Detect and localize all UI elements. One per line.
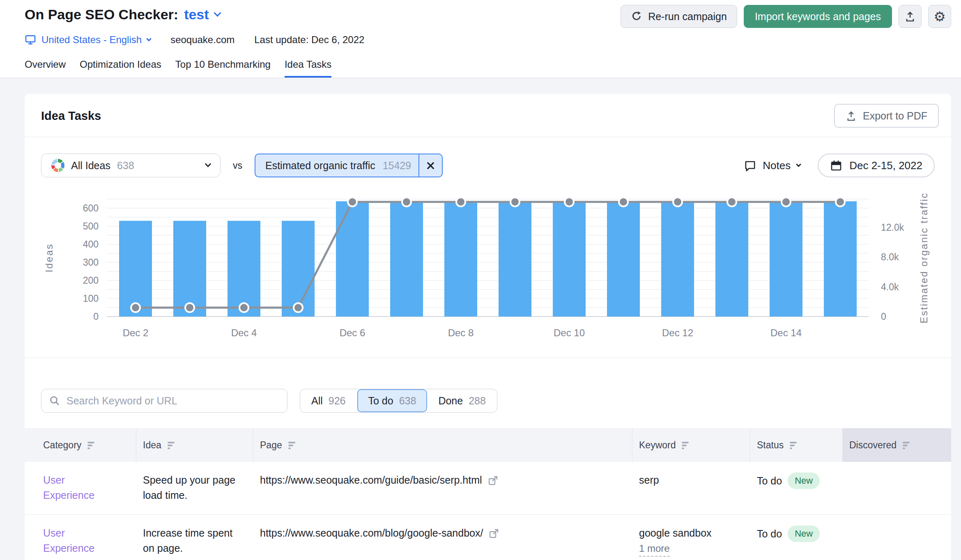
status-filter-group: All926To do638Done288 (300, 389, 497, 413)
keyword-cell: google sandbox1 more (632, 515, 750, 560)
status-filter-all[interactable]: All926 (300, 389, 357, 412)
search-input[interactable] (66, 395, 280, 407)
tab-bar: OverviewOptimization IdeasTop 10 Benchma… (0, 46, 961, 78)
export-icon-button[interactable] (899, 5, 922, 28)
table-row: User ExperienceSpeed up your page load t… (25, 462, 951, 515)
locale-selector[interactable]: United States - English (25, 34, 151, 46)
external-link-icon[interactable] (489, 528, 499, 539)
tab-idea-tasks[interactable]: Idea Tasks (285, 59, 331, 78)
table-row: User ExperienceIncrease time spent on pa… (25, 515, 951, 560)
traffic-point-dec-12[interactable] (673, 197, 682, 207)
status-filter-count: 638 (399, 395, 416, 407)
upload-icon (904, 11, 916, 22)
column-label: Keyword (639, 440, 676, 451)
right-axis-tick: 4.0k (881, 282, 899, 292)
vs-label: vs (233, 160, 242, 171)
chart-bar-dec-12[interactable] (661, 201, 694, 317)
traffic-point-dec-7[interactable] (402, 197, 411, 207)
import-keywords-button[interactable]: Import keywords and pages (744, 5, 892, 28)
ideas-donut-icon (51, 159, 64, 172)
status-filter-to-do[interactable]: To do638 (357, 389, 428, 412)
date-range-button[interactable]: Dec 2-15, 2022 (818, 154, 935, 177)
tab-top-10-benchmarking[interactable]: Top 10 Benchmarking (175, 59, 271, 78)
chart-bar-dec-15[interactable] (824, 201, 857, 317)
chart-bar-dec-3[interactable] (173, 221, 206, 317)
column-header-keyword[interactable]: Keyword (632, 428, 750, 462)
status-cell: To doNew (750, 462, 843, 498)
chart-bar-dec-13[interactable] (715, 201, 748, 317)
chevron-down-icon (205, 161, 212, 167)
upload-icon (846, 110, 857, 122)
metric-chip-remove-button[interactable] (418, 154, 442, 177)
traffic-point-dec-4[interactable] (239, 303, 248, 312)
status-filter-label: Done (438, 395, 463, 407)
traffic-point-dec-6[interactable] (348, 197, 357, 207)
traffic-point-dec-11[interactable] (619, 197, 628, 207)
sort-filter-icon (87, 440, 97, 450)
x-axis-tick: Dec 2 (123, 327, 149, 338)
keyword-cell: serp (632, 462, 750, 514)
sort-filter-icon (681, 440, 692, 450)
settings-button[interactable]: ⚙ (928, 5, 951, 28)
traffic-point-dec-8[interactable] (456, 197, 465, 207)
idea-cell: Speed up your page load time. (136, 462, 253, 514)
traffic-point-dec-2[interactable] (131, 303, 140, 312)
category-link[interactable]: User Experience (43, 473, 115, 503)
chart-bar-dec-2[interactable] (119, 221, 152, 317)
app-header: On Page SEO Checker: test United States … (0, 0, 961, 78)
category-cell: User Experience (25, 515, 136, 560)
table-body: User ExperienceSpeed up your page load t… (25, 462, 951, 560)
chart-bar-dec-7[interactable] (390, 201, 423, 317)
traffic-point-dec-14[interactable] (782, 197, 791, 207)
traffic-point-dec-5[interactable] (294, 303, 303, 312)
page-content: Idea Tasks Export to PDF All Ideas 638 v… (0, 78, 961, 560)
external-link-icon[interactable] (488, 475, 499, 486)
column-header-discovered[interactable]: Discovered (843, 428, 951, 462)
status-filter-done[interactable]: Done288 (427, 389, 497, 412)
ideas-select-label: All Ideas (71, 160, 110, 172)
sort-filter-icon (167, 440, 177, 450)
gear-icon: ⚙ (933, 10, 946, 23)
column-label: Page (260, 440, 282, 451)
column-header-category[interactable]: Category (25, 428, 136, 462)
chart-bar-dec-10[interactable] (553, 201, 586, 317)
keyword-more-link[interactable]: 1 more (639, 542, 670, 557)
chart-bar-dec-4[interactable] (228, 221, 260, 317)
chart-bar-dec-8[interactable] (444, 201, 477, 317)
tab-overview[interactable]: Overview (25, 59, 66, 78)
chart-bar-dec-6[interactable] (336, 201, 369, 317)
status-text: To do (757, 526, 782, 542)
traffic-point-dec-10[interactable] (565, 197, 574, 207)
page-url: https://www.seoquake.com/blog/google-san… (260, 526, 483, 541)
export-pdf-button[interactable]: Export to PDF (834, 104, 939, 128)
calendar-icon (830, 159, 842, 172)
column-header-page[interactable]: Page (253, 428, 632, 462)
traffic-point-dec-3[interactable] (185, 303, 194, 312)
chart-bar-dec-14[interactable] (770, 201, 802, 317)
metric-chip[interactable]: Estimated organic traffic 15429 (255, 154, 443, 177)
chart-bar-dec-5[interactable] (282, 221, 315, 317)
column-header-idea[interactable]: Idea (136, 428, 253, 462)
chart-bar-dec-11[interactable] (607, 201, 640, 317)
campaign-name: test (184, 7, 209, 23)
right-axis-tick: 8.0k (881, 252, 899, 262)
ideas-filter-select[interactable]: All Ideas 638 (41, 154, 221, 177)
campaign-selector[interactable]: test (184, 7, 220, 23)
traffic-point-dec-15[interactable] (836, 197, 845, 207)
date-range-label: Dec 2-15, 2022 (849, 159, 922, 172)
section-divider (25, 358, 951, 358)
column-header-status[interactable]: Status (750, 428, 843, 462)
notes-dropdown[interactable]: Notes (744, 159, 800, 172)
left-axis-tick: 100 (83, 293, 99, 304)
column-label: Idea (143, 440, 161, 451)
traffic-point-dec-9[interactable] (510, 197, 520, 207)
tab-optimization-ideas[interactable]: Optimization Ideas (80, 59, 161, 78)
chart-bar-dec-9[interactable] (499, 201, 531, 317)
idea-text: Increase time spent on page. (143, 526, 237, 556)
traffic-point-dec-13[interactable] (727, 197, 736, 207)
rerun-campaign-button[interactable]: Re-run campaign (621, 5, 737, 28)
category-link[interactable]: User Experience (43, 526, 115, 556)
left-axis-title: Ideas (44, 243, 55, 272)
campaign-meta-row: United States - English seoquake.com Las… (25, 34, 951, 46)
right-axis-title: Estimated organic traffic (918, 193, 929, 324)
